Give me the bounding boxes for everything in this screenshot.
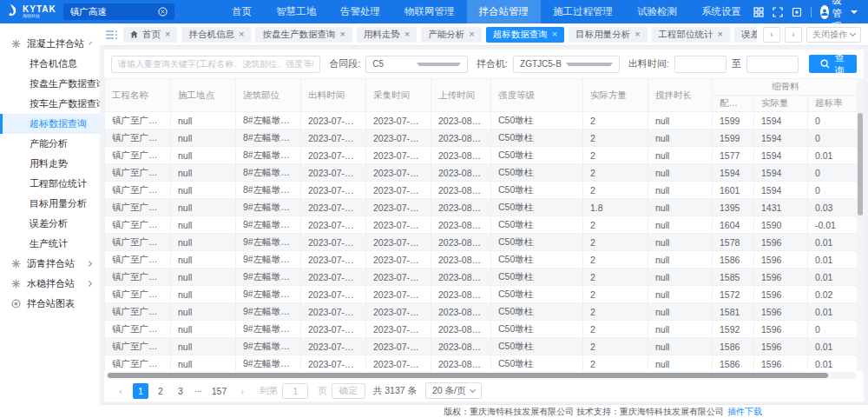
sidebar-item[interactable]: 超标数据查询 <box>0 114 100 134</box>
close-icon[interactable]: × <box>239 30 244 39</box>
tabs-prev-button[interactable]: ‹ <box>763 27 780 43</box>
page-size-select[interactable]: 20 条/页 <box>425 382 482 399</box>
table-row[interactable]: 镇广至广安高速公路null9#左幅墩柱 (13.5-...2023-07-20 … <box>105 303 859 321</box>
tabs-next-button[interactable]: › <box>785 27 802 43</box>
column-header: 出料时间 <box>301 79 366 112</box>
tab-label: 用料走势 <box>364 29 400 41</box>
nav-item[interactable]: 告警处理 <box>328 0 392 23</box>
table-row[interactable]: 镇广至广安高速公路null9#左幅墩柱 (13.5-...2023-07-20 … <box>105 321 859 338</box>
table-row[interactable]: 镇广至广安高速公路null9#左幅墩柱 (13.5-...2023-07-20 … <box>105 234 859 251</box>
asphalt-station-icon <box>11 259 21 269</box>
table-cell: 1596 <box>754 321 808 338</box>
sidebar-item[interactable]: 按盘生产数据查询 <box>0 74 100 94</box>
vertical-scrollbar-thumb[interactable] <box>858 113 863 216</box>
nav-item[interactable]: 试验检测 <box>625 0 689 23</box>
table-cell: -0.01 <box>808 216 859 234</box>
table-row[interactable]: 镇广至广安高速公路null9#左幅墩柱 (13.5-...2023-07-20 … <box>105 338 859 355</box>
project-select[interactable]: 镇广高速 <box>63 3 174 20</box>
nav-item[interactable]: 拌合站管理 <box>467 0 542 23</box>
tab[interactable]: 误差分析× <box>734 27 757 43</box>
table-row[interactable]: 镇广至广安高速公路null9#左幅墩柱 (13.5-...2023-07-20 … <box>105 251 859 269</box>
sidebar-item[interactable]: 误差分析 <box>0 214 100 234</box>
clear-icon[interactable] <box>158 7 168 17</box>
table-cell: 2023-07-20 19:20:37 <box>301 355 366 372</box>
table-cell: null <box>171 269 236 286</box>
table-row[interactable]: 镇广至广安高速公路null9#左幅墩柱 (13.5-...2023-07-20 … <box>105 286 859 303</box>
tab[interactable]: 拌合机信息× <box>181 27 251 43</box>
nav-item[interactable]: 施工过程管理 <box>541 0 625 23</box>
nav-item[interactable]: 首页 <box>220 0 264 23</box>
table-cell: 8#左幅墩柱 (9-13... <box>236 129 301 147</box>
page-number-button[interactable]: 157 <box>208 383 231 399</box>
tab[interactable]: 超标数据查询× <box>486 27 564 43</box>
table-row[interactable]: 镇广至广安高速公路null9#左幅墩柱 (13.5-...2023-07-20 … <box>105 269 859 286</box>
table-cell: 2023-07-13 01:43:46 <box>301 147 366 164</box>
sidebar-item[interactable]: 用料走势 <box>0 154 100 174</box>
page-number-button[interactable]: 2 <box>153 383 168 399</box>
keyword-input[interactable] <box>111 56 320 73</box>
close-icon[interactable]: × <box>339 30 345 39</box>
table-cell: null <box>648 251 713 269</box>
logo[interactable]: KYTAK 海特科技 <box>7 3 56 21</box>
table-cell: 2023-07-20 15:54:27 <box>301 216 366 234</box>
table-row[interactable]: 镇广至广安高速公路null8#左幅墩柱 (9-13...2023-07-13 0… <box>105 164 859 182</box>
table-cell: 1594 <box>754 164 808 182</box>
table-row[interactable]: 镇广至广安高速公路null9#左幅墩柱 (13.5-...2023-07-20 … <box>105 216 859 234</box>
tab[interactable]: 产能分析× <box>421 27 481 43</box>
mixer-select[interactable]: ZGTJC5-BHJ-2(回收) <box>513 56 620 73</box>
page-prev-button[interactable]: ‹ <box>113 383 128 399</box>
close-actions-button[interactable]: 关闭操作 <box>806 27 861 43</box>
sidebar-item[interactable]: 生产统计 <box>0 234 100 254</box>
tab[interactable]: 工程部位统计× <box>652 27 730 43</box>
sidebar-item[interactable]: 工程部位统计 <box>0 174 100 194</box>
new-window-icon[interactable] <box>792 7 802 17</box>
table-row[interactable]: 镇广至广安高速公路null8#左幅墩柱 (9-13...2023-07-13 0… <box>105 147 859 164</box>
sidebar-group[interactable]: 混凝土拌合站 <box>0 34 100 54</box>
tab[interactable]: 按盘生产数据查询× <box>255 27 352 43</box>
tab-label: 误差分析 <box>741 29 757 41</box>
vertical-scrollbar[interactable] <box>857 78 864 371</box>
table-cell: 2023-07-20 19:10:05 <box>301 338 366 355</box>
close-icon[interactable]: × <box>635 30 640 39</box>
tab[interactable]: 首页× <box>123 27 177 43</box>
sidebar-group[interactable]: 水稳拌合站 <box>0 274 100 294</box>
apps-grid-icon[interactable] <box>753 7 764 17</box>
time-end-input[interactable] <box>746 56 799 73</box>
divider <box>811 7 812 17</box>
table-row[interactable]: 镇广至广安高速公路null9#左幅墩柱 (13.5-...2023-07-20 … <box>105 355 859 372</box>
sidebar-item[interactable]: 目标用量分析 <box>0 194 100 214</box>
tab[interactable]: 目标用量分析× <box>569 27 647 43</box>
sidebar-item[interactable]: 按车生产数据查询 <box>0 94 100 114</box>
nav-item[interactable]: 系统设置 <box>689 0 753 23</box>
table-row[interactable]: 镇广至广安高速公路null8#左幅墩柱 (9-13...2023-07-13 0… <box>105 112 859 129</box>
close-icon[interactable]: × <box>552 30 557 39</box>
close-icon[interactable]: × <box>469 30 474 39</box>
search-button[interactable]: 查询 <box>809 55 857 73</box>
search-icon <box>820 59 830 69</box>
plugin-download-link[interactable]: 插件下载 <box>727 406 762 418</box>
horizontal-scrollbar[interactable] <box>106 372 857 379</box>
nav-item[interactable]: 物联网管理 <box>392 0 467 23</box>
page-number-button[interactable]: 1 <box>133 383 148 399</box>
tab-list-icon[interactable] <box>106 30 117 40</box>
close-icon[interactable]: × <box>404 30 410 39</box>
jump-page-input[interactable] <box>282 383 308 399</box>
table-row[interactable]: 镇广至广安高速公路null8#左幅墩柱 (9-13...2023-07-13 0… <box>105 182 859 199</box>
contract-select[interactable]: C5 <box>365 56 468 73</box>
tab[interactable]: 用料走势× <box>357 27 417 43</box>
sidebar-item[interactable]: 拌合机信息 <box>0 54 100 74</box>
sidebar-group[interactable]: 沥青拌合站 <box>0 254 100 274</box>
sidebar-group[interactable]: 拌合站图表 <box>0 294 100 314</box>
fullscreen-icon[interactable] <box>773 7 783 17</box>
page-next-button[interactable]: › <box>234 383 250 399</box>
jump-confirm-button[interactable]: 确定 <box>332 383 365 399</box>
time-start-input[interactable] <box>674 56 727 73</box>
table-row[interactable]: 镇广至广安高速公路null8#左幅墩柱 (9-13...2023-07-13 0… <box>105 129 859 147</box>
page-number-button[interactable]: 3 <box>173 383 188 399</box>
horizontal-scrollbar-thumb[interactable] <box>108 373 828 378</box>
table-row[interactable]: 镇广至广安高速公路null9#左幅墩柱 (13.5-...2023-07-20 … <box>105 199 859 216</box>
close-icon[interactable]: × <box>718 30 723 39</box>
close-icon[interactable]: × <box>165 30 170 39</box>
nav-item[interactable]: 智慧工地 <box>264 0 328 23</box>
sidebar-item[interactable]: 产能分析 <box>0 134 100 154</box>
